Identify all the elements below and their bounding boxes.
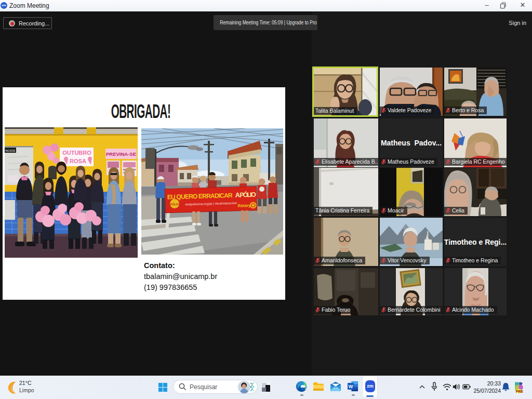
- svg-text:ROSA: ROSA: [70, 158, 86, 164]
- svg-text:PRE: PRE: [516, 390, 524, 393]
- svg-text:PÓLIO: PÓLIO: [170, 202, 180, 206]
- svg-text:PREVINA-SE: PREVINA-SE: [106, 151, 136, 157]
- svg-text:NCIOS: NCIOS: [5, 149, 15, 152]
- svg-text:Rotary: Rotary: [237, 203, 251, 208]
- svg-text:W: W: [349, 384, 353, 389]
- svg-text:A PÓLIO: A PÓLIO: [235, 191, 256, 199]
- svg-text:OUTUBRO: OUTUBRO: [62, 150, 91, 156]
